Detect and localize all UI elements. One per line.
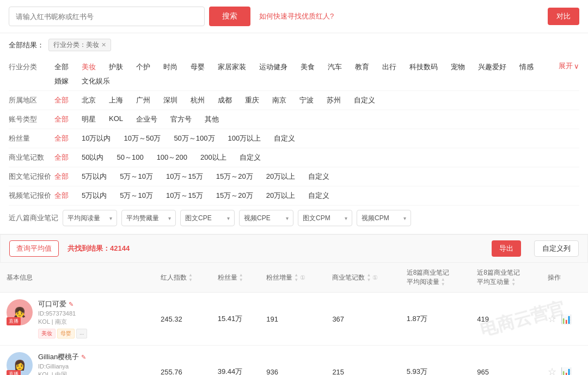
query-avg-button[interactable]: 查询平均值 xyxy=(9,240,59,257)
filter-option[interactable]: 15万～20万 xyxy=(214,190,255,202)
remove-filter-icon[interactable]: ✕ xyxy=(101,41,106,49)
filter-option[interactable]: 50以内 xyxy=(79,152,106,164)
filter-option[interactable]: 美妆 xyxy=(79,61,98,73)
action-cell: ☆ 📊 xyxy=(541,293,588,346)
cell-index: 255.76 xyxy=(154,346,211,375)
filter-option[interactable]: 科技数码 xyxy=(407,61,440,73)
filter-option[interactable]: 深圳 xyxy=(161,94,180,106)
filter-option[interactable]: 全部 xyxy=(52,132,71,144)
filter-option[interactable]: 南京 xyxy=(270,94,289,106)
star-icon[interactable]: ☆ xyxy=(548,366,556,375)
filter-option[interactable]: 200以上 xyxy=(198,152,229,164)
filter-option[interactable]: 其他 xyxy=(203,113,221,125)
filter-option[interactable]: 婚嫁 xyxy=(52,75,71,87)
search-tip[interactable]: 如何快速寻找优质红人? xyxy=(259,11,334,21)
filter-option[interactable]: 自定义 xyxy=(352,94,377,106)
filter-option[interactable]: 母婴 xyxy=(188,61,207,73)
filter-option[interactable]: 全部 xyxy=(52,113,71,125)
inf-info-cell: 👩 直播 Gillian樱桃子 ✎ ID:Gillianya KOL | 中国 … xyxy=(0,346,154,375)
filter-option[interactable]: 北京 xyxy=(79,94,98,106)
th-fans_growth[interactable]: 粉丝增量▲▼① xyxy=(260,263,326,293)
filter-option[interactable]: 苏州 xyxy=(324,94,343,106)
filter-option[interactable]: 10万～15万 xyxy=(164,171,205,183)
filter-option[interactable]: 全部 xyxy=(52,190,71,202)
dropdown-0[interactable]: 平均阅读量▾ xyxy=(63,210,117,226)
filter-option[interactable]: 杭州 xyxy=(188,94,207,106)
filter-option[interactable]: 20万以上 xyxy=(264,190,297,202)
th-index[interactable]: 红人指数▲▼ xyxy=(154,263,211,293)
edit-icon[interactable]: ✎ xyxy=(81,354,86,361)
filter-option[interactable]: 全部 xyxy=(52,152,71,164)
filter-option[interactable]: 50万～100万 xyxy=(171,132,217,144)
filter-option[interactable]: 运动健身 xyxy=(257,61,290,73)
edit-icon[interactable]: ✎ xyxy=(69,301,74,308)
filter-option[interactable]: 5万以内 xyxy=(79,190,109,202)
filter-option[interactable]: 全部 xyxy=(52,61,71,73)
filter-option[interactable]: 50～100 xyxy=(114,152,145,164)
filter-option[interactable]: 文化娱乐 xyxy=(79,75,112,87)
chart-icon[interactable]: 📊 xyxy=(561,367,572,375)
filter-option[interactable]: 自定义 xyxy=(306,190,332,202)
search-button[interactable]: 搜索 xyxy=(209,7,250,26)
filter-option[interactable]: 时尚 xyxy=(161,61,180,73)
filter-option[interactable]: 美食 xyxy=(298,61,317,73)
filter-option[interactable]: 5万以内 xyxy=(79,171,109,183)
expand-button[interactable]: 展开 ∨ xyxy=(559,61,579,71)
filter-option[interactable]: 情感 xyxy=(517,61,536,73)
filter-option[interactable]: 15万～20万 xyxy=(214,171,255,183)
th-fans[interactable]: 粉丝量▲▼ xyxy=(211,263,260,293)
export-button[interactable]: 导出 xyxy=(492,240,521,257)
inf-meta: KOL | 中国 xyxy=(38,371,87,375)
filter-option[interactable]: 兴趣爱好 xyxy=(476,61,509,73)
filter-option[interactable]: 重庆 xyxy=(243,94,261,106)
filter-option[interactable]: 明星 xyxy=(79,113,98,125)
filter-options: 全部明星KOL企业号官方号其他 xyxy=(52,113,579,125)
th-avg_interact[interactable]: 近8篇商业笔记平均互动量▲▼ xyxy=(470,263,541,293)
dropdown-4[interactable]: 图文CPM▾ xyxy=(298,210,352,226)
filter-option[interactable]: 家居家装 xyxy=(216,61,248,73)
dropdown-2[interactable]: 图文CPE▾ xyxy=(180,210,235,226)
filter-option[interactable]: 官方号 xyxy=(168,113,194,125)
filter-option[interactable]: 100万以上 xyxy=(226,132,264,144)
filter-option[interactable]: 10万～50万 xyxy=(121,132,163,144)
custom-column-button[interactable]: 自定义列 xyxy=(534,240,579,257)
chart-icon[interactable]: 📊 xyxy=(561,314,572,324)
dropdown-row: 近八篇商业笔记 平均阅读量▾平均赞藏量▾图文CPE▾视频CPE▾图文CPM▾视频… xyxy=(9,205,579,228)
filter-option[interactable]: 护肤 xyxy=(107,61,125,73)
compare-button[interactable]: 对比 xyxy=(548,8,579,25)
star-icon[interactable]: ☆ xyxy=(548,313,556,325)
dropdown-5[interactable]: 视频CPM▾ xyxy=(357,210,411,226)
sort-arrows-icon: ▲▼ xyxy=(188,273,193,282)
cell-fans_growth: 191 xyxy=(260,293,326,346)
filter-option[interactable]: 全部 xyxy=(52,94,71,106)
th-biz_notes[interactable]: 商业笔记数▲▼① xyxy=(326,263,400,293)
filter-option[interactable]: 教育 xyxy=(353,61,371,73)
filter-option[interactable]: 个护 xyxy=(134,61,152,73)
filter-option[interactable]: 全部 xyxy=(52,171,71,183)
filter-options: 全部北京上海广州深圳杭州成都重庆南京宁波苏州自定义 xyxy=(52,94,579,106)
filter-option[interactable]: 上海 xyxy=(107,94,125,106)
inf-name: Gillian樱桃子 ✎ xyxy=(38,352,87,362)
filter-option[interactable]: 20万以上 xyxy=(264,171,297,183)
filter-option[interactable]: 5万～10万 xyxy=(118,171,155,183)
filter-option[interactable]: 广州 xyxy=(134,94,152,106)
avatar-wrap: 👩 直播 xyxy=(7,352,33,375)
filter-option[interactable]: 宁波 xyxy=(297,94,316,106)
filter-option[interactable]: 自定义 xyxy=(306,171,332,183)
filter-option[interactable]: 企业号 xyxy=(134,113,160,125)
filter-option[interactable]: KOL xyxy=(107,113,125,125)
filter-option[interactable]: 宠物 xyxy=(449,61,467,73)
search-input[interactable] xyxy=(9,7,205,26)
filter-option[interactable]: 10万～15万 xyxy=(164,190,205,202)
filter-option[interactable]: 汽车 xyxy=(326,61,344,73)
dropdown-3[interactable]: 视频CPE▾ xyxy=(239,210,293,226)
dropdown-1[interactable]: 平均赞藏量▾ xyxy=(121,210,176,226)
th-avg_read[interactable]: 近8篇商业笔记平均阅读量▲▼ xyxy=(400,263,471,293)
filter-option[interactable]: 5万～10万 xyxy=(118,190,155,202)
filter-option[interactable]: 100～200 xyxy=(155,152,189,164)
filter-option[interactable]: 10万以内 xyxy=(79,132,113,144)
filter-option[interactable]: 出行 xyxy=(380,61,399,73)
filter-option[interactable]: 自定义 xyxy=(272,132,297,144)
filter-option[interactable]: 成都 xyxy=(216,94,234,106)
filter-option[interactable]: 自定义 xyxy=(237,152,263,164)
